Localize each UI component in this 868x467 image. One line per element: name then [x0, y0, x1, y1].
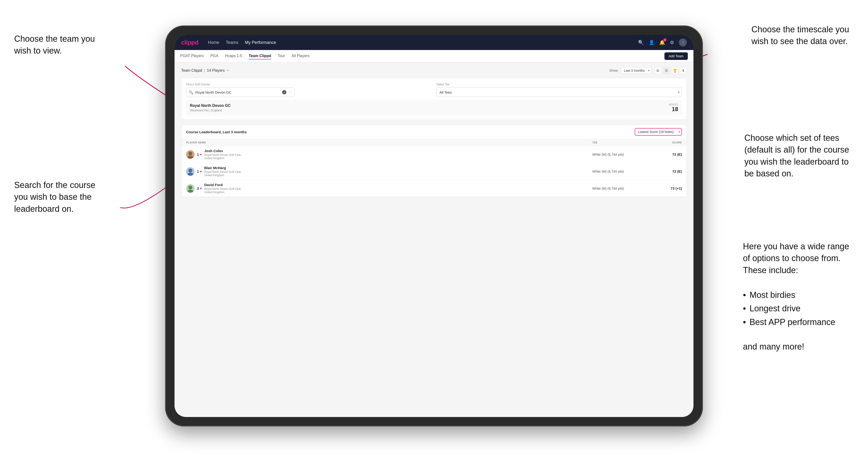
heart-icon: ♥	[200, 153, 202, 156]
annotation-top-right: Choose the timescale you wish to see the…	[751, 24, 849, 48]
rank-number: 3	[197, 186, 199, 190]
player-avatar	[186, 167, 195, 176]
tee-cell: White (M) (6,744 yds)	[592, 153, 649, 156]
col-empty	[247, 141, 592, 144]
bullet-item: Most birdies	[743, 288, 849, 302]
annotation-mid-right: Choose which set of tees (default is all…	[744, 132, 849, 180]
course-info: Royal North Devon GC Westward Ho!, Engla…	[190, 103, 230, 112]
notification-icon[interactable]: 🔔1	[659, 40, 665, 45]
svg-point-7	[187, 190, 193, 193]
score-type-dropdown[interactable]: Lowest Score (18 holes) Most Birdies Lon…	[635, 128, 682, 135]
user-icon[interactable]: 👤	[649, 40, 654, 45]
player-name: Blair McHarg	[204, 166, 247, 170]
tab-tour[interactable]: Tour	[278, 53, 285, 59]
player-info: David Ford Royal North Devon Golf Club, …	[204, 183, 247, 194]
player-name: Josh Coles	[204, 149, 247, 153]
clear-search-button[interactable]: ✕	[282, 90, 286, 94]
course-panel-row: Find a Golf Course 🔍 ✕ ☆ Select Tee	[186, 83, 682, 97]
team-header: Team Clippd | 14 Players ✏ Show: Last 3 …	[181, 67, 687, 74]
player-club: Royal North Devon Golf Club, United King…	[204, 187, 247, 194]
rank-number: 1	[197, 169, 199, 173]
holes-label: Holes	[669, 103, 678, 106]
list-view-button[interactable]: ☰	[663, 67, 670, 74]
bullet-item: Best APP performance	[743, 315, 849, 329]
table-row: 3 ♥ David Ford Royal North Devon Golf Cl…	[181, 180, 687, 197]
tablet-screen: clippd Home Teams My Performance 🔍 👤 🔔1 …	[175, 35, 693, 417]
search-icon: 🔍	[189, 90, 193, 95]
player-avatar	[186, 150, 195, 159]
tee-cell: White (M) (6,744 yds)	[592, 169, 649, 173]
table-header-row: PLAYER NAME TEE SCORE	[181, 139, 687, 146]
player-name: David Ford	[204, 183, 247, 187]
annotation-mid-left: Search for the course you wish to base t…	[14, 179, 95, 215]
app-logo: clippd	[181, 39, 198, 46]
sub-nav: PGAT Players PGA Hcaps 1-5 Team Clippd T…	[175, 50, 693, 62]
course-panel: Find a Golf Course 🔍 ✕ ☆ Select Tee	[181, 78, 687, 120]
col-player: PLAYER NAME	[186, 141, 247, 144]
navbar: clippd Home Teams My Performance 🔍 👤 🔔1 …	[175, 35, 693, 50]
course-name: Royal North Devon GC	[190, 103, 230, 108]
tee-select-label: Select Tee	[436, 83, 682, 86]
holes-badge: Holes 18	[669, 103, 678, 113]
svg-point-4	[188, 168, 192, 173]
tab-pga[interactable]: PGA	[210, 53, 218, 59]
annotation-top-left: Choose the team you wish to view.	[14, 33, 95, 57]
tab-team-clippd[interactable]: Team Clippd	[249, 53, 271, 59]
table-row: 1 ♥ Josh Coles Royal North Devon Golf Cl…	[181, 146, 687, 163]
player-avatar	[186, 184, 195, 193]
svg-point-2	[188, 152, 192, 155]
find-course-group: Find a Golf Course 🔍 ✕ ☆	[186, 83, 432, 97]
main-content: Team Clippd | 14 Players ✏ Show: Last 3 …	[175, 62, 693, 417]
svg-point-5	[187, 173, 193, 176]
tee-select-group: Select Tee All Tees White Yellow Red	[436, 83, 682, 97]
settings-icon[interactable]: ⚙	[670, 40, 674, 45]
score-cell: 72 (E)	[649, 169, 682, 173]
player-club: Royal North Devon Golf Club, United King…	[204, 153, 247, 160]
score-cell: 73 (+1)	[649, 186, 682, 190]
favorite-button[interactable]: ☆	[288, 90, 292, 95]
grid-view-button[interactable]: ⊞	[654, 67, 661, 74]
find-course-label: Find a Golf Course	[186, 83, 432, 86]
score-type-dropdown-wrapper: Lowest Score (18 holes) Most Birdies Lon…	[635, 128, 682, 135]
navbar-nav: Home Teams My Performance	[208, 40, 638, 45]
tablet-frame: clippd Home Teams My Performance 🔍 👤 🔔1 …	[165, 26, 703, 427]
search-input-wrapper: 🔍 ✕ ☆	[186, 88, 294, 97]
course-result: Royal North Devon GC Westward Ho!, Engla…	[186, 100, 682, 116]
avatar[interactable]: 👤	[679, 38, 687, 46]
nav-my-performance[interactable]: My Performance	[245, 40, 276, 45]
tab-hcaps[interactable]: Hcaps 1-5	[225, 53, 242, 59]
svg-point-3	[187, 156, 193, 159]
nav-home[interactable]: Home	[208, 40, 219, 45]
app-container: clippd Home Teams My Performance 🔍 👤 🔔1 …	[175, 35, 693, 417]
add-team-button[interactable]: Add Team	[664, 52, 688, 60]
player-club: Royal North Devon Golf Club, United King…	[204, 170, 247, 177]
view-icons: ⊞ ☰ 🏆 ⬇	[654, 67, 687, 74]
annotation-bottom-right: Here you have a wide range of options to…	[743, 241, 849, 352]
col-score: SCORE	[649, 141, 682, 144]
svg-point-6	[188, 186, 192, 189]
course-location: Westward Ho!, England	[190, 108, 230, 112]
search-icon[interactable]: 🔍	[638, 40, 644, 45]
tee-select[interactable]: All Tees White Yellow Red	[436, 88, 682, 97]
team-controls: Show: Last 3 months Last month Last 6 mo…	[609, 67, 687, 74]
notification-badge: 1	[663, 38, 666, 41]
player-info: Josh Coles Royal North Devon Golf Club, …	[204, 149, 247, 160]
show-dropdown[interactable]: Last 3 months Last month Last 6 months L…	[621, 67, 651, 73]
bullet-item: Longest drive	[743, 302, 849, 315]
download-button[interactable]: ⬇	[680, 67, 687, 74]
player-info: Blair McHarg Royal North Devon Golf Club…	[204, 166, 247, 177]
nav-teams[interactable]: Teams	[226, 40, 239, 45]
course-search-input[interactable]	[195, 90, 280, 94]
holes-number: 18	[669, 106, 678, 113]
tab-pgat-players[interactable]: PGAT Players	[180, 53, 204, 59]
leaderboard-section: Course Leaderboard, Last 3 months Lowest…	[181, 125, 687, 197]
leaderboard-title: Course Leaderboard, Last 3 months	[186, 130, 247, 134]
edit-icon[interactable]: ✏	[227, 69, 229, 72]
player-cell: 3 ♥ David Ford Royal North Devon Golf Cl…	[186, 183, 247, 194]
heart-icon: ♥	[200, 187, 202, 190]
col-tee: TEE	[592, 141, 649, 144]
options-list: Most birdies Longest drive Best APP perf…	[743, 288, 849, 329]
rank-heart: 1 ♥	[197, 169, 202, 173]
trophy-icon-button[interactable]: 🏆	[671, 67, 678, 74]
tab-all-players[interactable]: All Players	[292, 53, 310, 59]
